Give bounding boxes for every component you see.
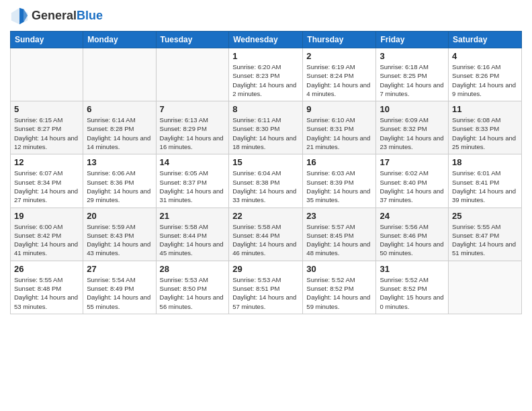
calendar-week-3: 12Sunrise: 6:07 AM Sunset: 8:34 PM Dayli… — [11, 154, 522, 208]
calendar-cell — [83, 48, 156, 101]
calendar-cell — [156, 48, 229, 101]
logo-general: General — [32, 9, 77, 22]
weekday-header-row: SundayMondayTuesdayWednesdayThursdayFrid… — [11, 32, 522, 48]
day-number: 4 — [452, 51, 518, 61]
day-number: 26 — [14, 264, 79, 274]
day-info: Sunrise: 5:55 AM Sunset: 8:48 PM Dayligh… — [14, 275, 79, 311]
calendar-cell: 27Sunrise: 5:54 AM Sunset: 8:49 PM Dayli… — [83, 261, 156, 314]
logo-blue: Blue — [77, 9, 103, 22]
day-number: 21 — [160, 211, 226, 221]
day-info: Sunrise: 5:56 AM Sunset: 8:46 PM Dayligh… — [380, 222, 445, 258]
calendar-cell: 25Sunrise: 5:55 AM Sunset: 8:47 PM Dayli… — [449, 208, 522, 261]
day-number: 11 — [452, 104, 518, 114]
calendar-cell: 9Sunrise: 6:10 AM Sunset: 8:31 PM Daylig… — [303, 101, 376, 154]
calendar-cell: 3Sunrise: 6:18 AM Sunset: 8:25 PM Daylig… — [376, 48, 449, 101]
weekday-header-sunday: Sunday — [11, 32, 83, 48]
day-info: Sunrise: 6:08 AM Sunset: 8:33 PM Dayligh… — [452, 116, 518, 151]
logo: GeneralBlue — [10, 7, 103, 26]
weekday-header-thursday: Thursday — [303, 32, 376, 48]
day-info: Sunrise: 6:19 AM Sunset: 8:24 PM Dayligh… — [306, 62, 372, 98]
calendar-cell: 21Sunrise: 5:58 AM Sunset: 8:44 PM Dayli… — [156, 208, 229, 261]
calendar-cell: 5Sunrise: 6:15 AM Sunset: 8:27 PM Daylig… — [11, 101, 83, 154]
calendar-cell: 10Sunrise: 6:09 AM Sunset: 8:32 PM Dayli… — [376, 101, 449, 154]
weekday-header-friday: Friday — [376, 32, 449, 48]
day-info: Sunrise: 6:07 AM Sunset: 8:34 PM Dayligh… — [14, 169, 79, 204]
calendar-table: SundayMondayTuesdayWednesdayThursdayFrid… — [10, 31, 522, 314]
day-info: Sunrise: 6:11 AM Sunset: 8:30 PM Dayligh… — [232, 116, 299, 151]
day-number: 8 — [232, 104, 299, 114]
day-info: Sunrise: 6:15 AM Sunset: 8:27 PM Dayligh… — [14, 116, 79, 151]
weekday-header-monday: Monday — [83, 32, 156, 48]
day-info: Sunrise: 6:16 AM Sunset: 8:26 PM Dayligh… — [452, 62, 518, 98]
day-info: Sunrise: 6:00 AM Sunset: 8:42 PM Dayligh… — [14, 222, 79, 258]
calendar-week-4: 19Sunrise: 6:00 AM Sunset: 8:42 PM Dayli… — [11, 208, 522, 261]
day-number: 6 — [87, 104, 152, 114]
calendar-cell: 15Sunrise: 6:04 AM Sunset: 8:38 PM Dayli… — [229, 154, 303, 208]
day-info: Sunrise: 6:05 AM Sunset: 8:37 PM Dayligh… — [160, 169, 226, 204]
calendar-cell: 26Sunrise: 5:55 AM Sunset: 8:48 PM Dayli… — [11, 261, 83, 314]
calendar-cell: 29Sunrise: 5:53 AM Sunset: 8:51 PM Dayli… — [229, 261, 303, 314]
day-info: Sunrise: 5:57 AM Sunset: 8:45 PM Dayligh… — [306, 222, 372, 258]
calendar-cell: 14Sunrise: 6:05 AM Sunset: 8:37 PM Dayli… — [156, 154, 229, 208]
svg-marker-2 — [19, 8, 24, 24]
calendar-cell: 17Sunrise: 6:02 AM Sunset: 8:40 PM Dayli… — [376, 154, 449, 208]
day-number: 28 — [160, 264, 226, 274]
day-number: 2 — [306, 51, 372, 61]
weekday-header-tuesday: Tuesday — [156, 32, 229, 48]
day-number: 31 — [380, 264, 445, 274]
day-info: Sunrise: 6:09 AM Sunset: 8:32 PM Dayligh… — [380, 116, 445, 151]
header: GeneralBlue — [10, 7, 522, 26]
calendar-cell: 8Sunrise: 6:11 AM Sunset: 8:30 PM Daylig… — [229, 101, 303, 154]
day-info: Sunrise: 6:06 AM Sunset: 8:36 PM Dayligh… — [87, 169, 152, 204]
day-info: Sunrise: 6:18 AM Sunset: 8:25 PM Dayligh… — [380, 62, 445, 98]
day-number: 5 — [14, 104, 79, 114]
day-number: 19 — [14, 211, 79, 221]
day-number: 18 — [452, 157, 518, 167]
day-number: 15 — [232, 157, 299, 167]
calendar-cell: 11Sunrise: 6:08 AM Sunset: 8:33 PM Dayli… — [449, 101, 522, 154]
day-number: 30 — [306, 264, 372, 274]
calendar-week-5: 26Sunrise: 5:55 AM Sunset: 8:48 PM Dayli… — [11, 261, 522, 314]
day-number: 7 — [160, 104, 226, 114]
calendar-cell: 1Sunrise: 6:20 AM Sunset: 8:23 PM Daylig… — [229, 48, 303, 101]
calendar-cell: 4Sunrise: 6:16 AM Sunset: 8:26 PM Daylig… — [449, 48, 522, 101]
day-number: 3 — [380, 51, 445, 61]
weekday-header-saturday: Saturday — [449, 32, 522, 48]
calendar-cell: 13Sunrise: 6:06 AM Sunset: 8:36 PM Dayli… — [83, 154, 156, 208]
page: GeneralBlue SundayMondayTuesdayWednesday… — [0, 0, 532, 411]
calendar-cell — [11, 48, 83, 101]
day-info: Sunrise: 6:20 AM Sunset: 8:23 PM Dayligh… — [232, 62, 299, 98]
day-info: Sunrise: 6:03 AM Sunset: 8:39 PM Dayligh… — [306, 169, 372, 204]
calendar-cell: 28Sunrise: 5:53 AM Sunset: 8:50 PM Dayli… — [156, 261, 229, 314]
day-info: Sunrise: 6:04 AM Sunset: 8:38 PM Dayligh… — [232, 169, 299, 204]
day-number: 16 — [306, 157, 372, 167]
calendar-cell: 19Sunrise: 6:00 AM Sunset: 8:42 PM Dayli… — [11, 208, 83, 261]
calendar-week-2: 5Sunrise: 6:15 AM Sunset: 8:27 PM Daylig… — [11, 101, 522, 154]
day-number: 25 — [452, 211, 518, 221]
calendar-cell: 30Sunrise: 5:52 AM Sunset: 8:52 PM Dayli… — [303, 261, 376, 314]
day-info: Sunrise: 6:10 AM Sunset: 8:31 PM Dayligh… — [306, 116, 372, 151]
day-info: Sunrise: 6:01 AM Sunset: 8:41 PM Dayligh… — [452, 169, 518, 204]
calendar-cell: 16Sunrise: 6:03 AM Sunset: 8:39 PM Dayli… — [303, 154, 376, 208]
calendar-cell: 7Sunrise: 6:13 AM Sunset: 8:29 PM Daylig… — [156, 101, 229, 154]
day-number: 1 — [232, 51, 299, 61]
day-number: 14 — [160, 157, 226, 167]
day-info: Sunrise: 5:55 AM Sunset: 8:47 PM Dayligh… — [452, 222, 518, 258]
day-info: Sunrise: 5:59 AM Sunset: 8:43 PM Dayligh… — [87, 222, 152, 258]
day-number: 13 — [87, 157, 152, 167]
calendar-week-1: 1Sunrise: 6:20 AM Sunset: 8:23 PM Daylig… — [11, 48, 522, 101]
day-info: Sunrise: 5:54 AM Sunset: 8:49 PM Dayligh… — [87, 275, 152, 311]
day-number: 23 — [306, 211, 372, 221]
calendar-cell: 22Sunrise: 5:58 AM Sunset: 8:44 PM Dayli… — [229, 208, 303, 261]
calendar-cell: 20Sunrise: 5:59 AM Sunset: 8:43 PM Dayli… — [83, 208, 156, 261]
logo-icon — [10, 7, 29, 26]
day-info: Sunrise: 6:13 AM Sunset: 8:29 PM Dayligh… — [160, 116, 226, 151]
calendar-cell: 2Sunrise: 6:19 AM Sunset: 8:24 PM Daylig… — [303, 48, 376, 101]
day-number: 9 — [306, 104, 372, 114]
logo-text: GeneralBlue — [32, 9, 103, 23]
day-number: 10 — [380, 104, 445, 114]
calendar-cell: 12Sunrise: 6:07 AM Sunset: 8:34 PM Dayli… — [11, 154, 83, 208]
calendar-cell: 31Sunrise: 5:52 AM Sunset: 8:52 PM Dayli… — [376, 261, 449, 314]
day-number: 17 — [380, 157, 445, 167]
day-info: Sunrise: 5:58 AM Sunset: 8:44 PM Dayligh… — [232, 222, 299, 258]
